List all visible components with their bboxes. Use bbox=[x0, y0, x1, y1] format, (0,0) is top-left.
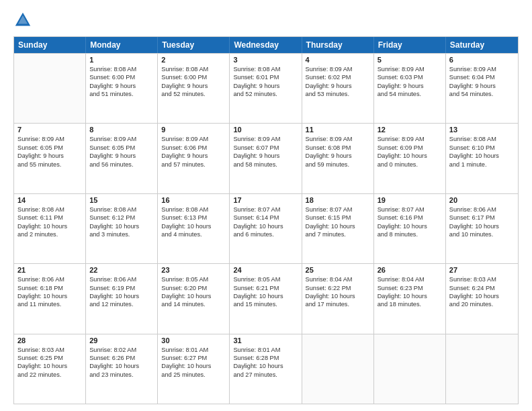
calendar-cell: 13Sunrise: 8:08 AMSunset: 6:10 PMDayligh… bbox=[446, 124, 518, 193]
cell-line: and 14 minutes. bbox=[161, 300, 226, 308]
cell-line: Daylight: 10 hours bbox=[306, 222, 370, 230]
calendar-header-cell: Monday bbox=[86, 37, 158, 53]
calendar-body: 1Sunrise: 8:08 AMSunset: 6:00 PMDaylight… bbox=[14, 53, 518, 404]
day-number: 25 bbox=[306, 266, 370, 274]
cell-line: and 11 minutes. bbox=[17, 300, 82, 308]
cell-line: Daylight: 9 hours bbox=[306, 152, 370, 160]
day-number: 16 bbox=[161, 196, 226, 204]
cell-line: Sunrise: 8:09 AM bbox=[378, 65, 442, 73]
cell-line: Sunset: 6:20 PM bbox=[161, 284, 226, 292]
cell-line: Daylight: 10 hours bbox=[233, 292, 298, 300]
cell-line: and 23 minutes. bbox=[89, 371, 154, 379]
cell-line: Daylight: 10 hours bbox=[17, 362, 82, 370]
cell-line: Sunrise: 8:05 AM bbox=[233, 275, 298, 283]
calendar-cell: 5Sunrise: 8:09 AMSunset: 6:03 PMDaylight… bbox=[374, 54, 446, 123]
cell-line: Sunset: 6:11 PM bbox=[17, 214, 82, 222]
cell-line: Sunrise: 8:09 AM bbox=[233, 135, 298, 143]
cell-line: and 25 minutes. bbox=[161, 371, 226, 379]
cell-line: and 15 minutes. bbox=[233, 300, 298, 308]
cell-line: and 10 minutes. bbox=[449, 230, 515, 238]
cell-line: Sunset: 6:07 PM bbox=[233, 144, 298, 152]
cell-line: Sunset: 6:25 PM bbox=[17, 354, 82, 362]
cell-line: Sunrise: 8:02 AM bbox=[89, 346, 154, 354]
cell-line: Sunrise: 8:07 AM bbox=[306, 205, 370, 214]
cell-line: Sunrise: 8:07 AM bbox=[378, 205, 442, 214]
day-number: 20 bbox=[449, 196, 515, 204]
calendar-row: 28Sunrise: 8:03 AMSunset: 6:25 PMDayligh… bbox=[14, 334, 518, 404]
calendar-header-cell: Saturday bbox=[446, 37, 518, 53]
calendar-header: SundayMondayTuesdayWednesdayThursdayFrid… bbox=[14, 37, 518, 53]
cell-line: Sunrise: 8:09 AM bbox=[306, 65, 370, 73]
calendar-cell: 22Sunrise: 8:06 AMSunset: 6:19 PMDayligh… bbox=[86, 264, 158, 333]
cell-line: Daylight: 10 hours bbox=[378, 292, 442, 300]
calendar-header-cell: Sunday bbox=[14, 37, 86, 53]
cell-line: Sunrise: 8:04 AM bbox=[306, 275, 370, 283]
calendar-cell: 3Sunrise: 8:08 AMSunset: 6:01 PMDaylight… bbox=[230, 54, 302, 123]
day-number: 12 bbox=[378, 126, 442, 134]
cell-line: Daylight: 10 hours bbox=[378, 222, 442, 230]
cell-line: Sunrise: 8:04 AM bbox=[378, 275, 442, 283]
day-number: 17 bbox=[233, 196, 298, 204]
calendar-cell: 23Sunrise: 8:05 AMSunset: 6:20 PMDayligh… bbox=[158, 264, 230, 333]
calendar-cell: 6Sunrise: 8:09 AMSunset: 6:04 PMDaylight… bbox=[446, 54, 518, 123]
calendar-row: 21Sunrise: 8:06 AMSunset: 6:18 PMDayligh… bbox=[14, 263, 518, 333]
cell-line: Daylight: 10 hours bbox=[233, 362, 298, 370]
calendar-cell bbox=[302, 334, 374, 404]
cell-line: Sunset: 6:01 PM bbox=[233, 73, 298, 81]
day-number: 13 bbox=[449, 126, 515, 134]
cell-line: Sunset: 6:02 PM bbox=[306, 73, 370, 81]
calendar-cell: 8Sunrise: 8:09 AMSunset: 6:05 PMDaylight… bbox=[86, 124, 158, 193]
day-number: 8 bbox=[89, 126, 154, 134]
day-number: 24 bbox=[233, 266, 298, 274]
calendar-cell: 17Sunrise: 8:07 AMSunset: 6:14 PMDayligh… bbox=[230, 194, 302, 263]
cell-line: Sunset: 6:04 PM bbox=[449, 73, 515, 81]
cell-line: Sunrise: 8:09 AM bbox=[161, 135, 226, 143]
cell-line: and 54 minutes. bbox=[449, 90, 515, 98]
cell-line: Daylight: 10 hours bbox=[17, 222, 82, 230]
cell-line: and 59 minutes. bbox=[306, 161, 370, 169]
calendar-row: 1Sunrise: 8:08 AMSunset: 6:00 PMDaylight… bbox=[14, 53, 518, 123]
day-number: 31 bbox=[233, 336, 298, 345]
calendar-cell: 31Sunrise: 8:01 AMSunset: 6:28 PMDayligh… bbox=[230, 334, 302, 404]
cell-line: and 58 minutes. bbox=[233, 161, 298, 169]
cell-line: Sunset: 6:00 PM bbox=[161, 73, 226, 81]
day-number: 9 bbox=[161, 126, 226, 134]
calendar-cell: 14Sunrise: 8:08 AMSunset: 6:11 PMDayligh… bbox=[14, 194, 86, 263]
day-number: 21 bbox=[17, 266, 82, 274]
cell-line: Daylight: 9 hours bbox=[161, 82, 226, 90]
cell-line: Daylight: 10 hours bbox=[161, 222, 226, 230]
cell-line: Sunrise: 8:08 AM bbox=[161, 205, 226, 214]
day-number: 2 bbox=[161, 56, 226, 64]
cell-line: Daylight: 10 hours bbox=[378, 152, 442, 160]
day-number: 11 bbox=[306, 126, 370, 134]
cell-line: Daylight: 9 hours bbox=[233, 82, 298, 90]
calendar-header-cell: Tuesday bbox=[158, 37, 230, 53]
cell-line: Sunrise: 8:08 AM bbox=[233, 65, 298, 73]
calendar-cell: 12Sunrise: 8:09 AMSunset: 6:09 PMDayligh… bbox=[374, 124, 446, 193]
cell-line: Daylight: 9 hours bbox=[17, 152, 82, 160]
calendar-cell: 30Sunrise: 8:01 AMSunset: 6:27 PMDayligh… bbox=[158, 334, 230, 404]
calendar-cell: 20Sunrise: 8:06 AMSunset: 6:17 PMDayligh… bbox=[446, 194, 518, 263]
calendar-cell: 29Sunrise: 8:02 AMSunset: 6:26 PMDayligh… bbox=[86, 334, 158, 404]
cell-line: Sunset: 6:18 PM bbox=[17, 284, 82, 292]
cell-line: Sunrise: 8:03 AM bbox=[449, 275, 515, 283]
cell-line: Daylight: 10 hours bbox=[449, 152, 515, 160]
day-number: 29 bbox=[89, 336, 154, 345]
cell-line: Sunrise: 8:09 AM bbox=[89, 135, 154, 143]
cell-line: and 6 minutes. bbox=[233, 230, 298, 238]
calendar-cell: 18Sunrise: 8:07 AMSunset: 6:15 PMDayligh… bbox=[302, 194, 374, 263]
calendar-cell: 10Sunrise: 8:09 AMSunset: 6:07 PMDayligh… bbox=[230, 124, 302, 193]
cell-line: Sunset: 6:09 PM bbox=[378, 144, 442, 152]
cell-line: Daylight: 9 hours bbox=[378, 82, 442, 90]
calendar-header-cell: Friday bbox=[374, 37, 446, 53]
cell-line: and 52 minutes. bbox=[161, 90, 226, 98]
cell-line: Sunset: 6:05 PM bbox=[89, 144, 154, 152]
cell-line: and 18 minutes. bbox=[378, 300, 442, 308]
calendar-cell: 7Sunrise: 8:09 AMSunset: 6:05 PMDaylight… bbox=[14, 124, 86, 193]
cell-line: Sunset: 6:12 PM bbox=[89, 214, 154, 222]
calendar-cell: 28Sunrise: 8:03 AMSunset: 6:25 PMDayligh… bbox=[14, 334, 86, 404]
cell-line: Sunset: 6:08 PM bbox=[306, 144, 370, 152]
cell-line: Daylight: 9 hours bbox=[449, 82, 515, 90]
cell-line: Sunset: 6:13 PM bbox=[161, 214, 226, 222]
cell-line: Daylight: 10 hours bbox=[89, 292, 154, 300]
